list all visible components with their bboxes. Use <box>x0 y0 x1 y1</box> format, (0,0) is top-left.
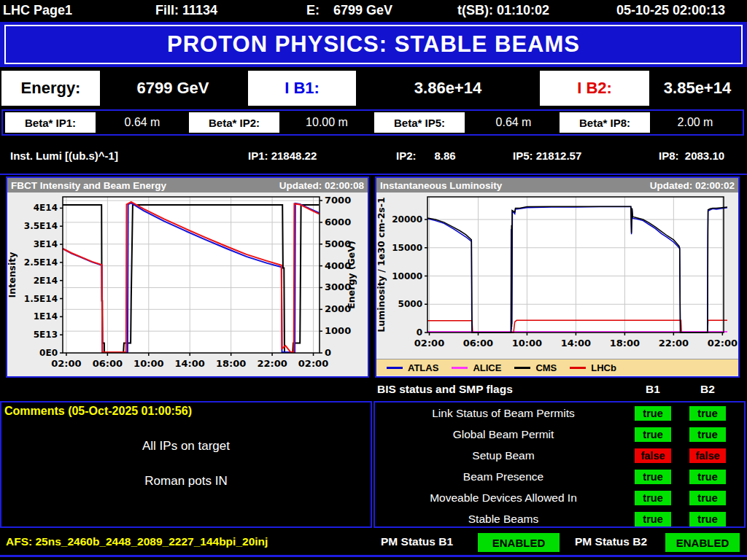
flag-row-link-status: Link Status of Beam Permits true true <box>375 402 744 424</box>
bis-b2-col: B2 <box>689 383 726 396</box>
fbct-chart-title: FBCT Intensity and Beam Energy <box>11 180 166 191</box>
svg-text:22:00: 22:00 <box>257 358 287 369</box>
flag-b2-status: true <box>689 470 726 484</box>
lumi-chart-title: Instantaneous Luminosity <box>380 180 502 191</box>
mode-banner: PROTON PHYSICS: STABLE BEAMS <box>0 22 747 67</box>
svg-text:Luminosity / 1e30 cm-2s-1: Luminosity / 1e30 cm-2s-1 <box>376 197 387 332</box>
svg-text:14:00: 14:00 <box>561 338 591 349</box>
flag-b2-status: false <box>689 448 726 463</box>
app-title: LHC Page1 <box>3 3 72 18</box>
flag-label: Stable Beams <box>375 513 632 526</box>
time-in-stable-beams: t(SB): 01:10:02 <box>457 3 549 18</box>
pm-status-b2-value: ENABLED <box>665 533 740 552</box>
flag-row-moveable-devices: Moveable Devices Allowed In true true <box>375 487 744 508</box>
beta-ip5-value: 0.64 m <box>465 112 562 133</box>
intensity-b2-value: 3.85e+14 <box>649 71 746 106</box>
flag-row-beam-presence: Beam Presence true true <box>375 466 744 487</box>
svg-text:6000: 6000 <box>325 217 351 228</box>
intensity-b1-value: 3.86e+14 <box>356 71 540 106</box>
beta-ip2-value: 10.00 m <box>279 112 374 133</box>
beta-ip1-label: Beta* IP1: <box>5 112 96 133</box>
lumi-ip2: IP2: 8.86 <box>396 149 456 162</box>
svg-text:18:00: 18:00 <box>216 358 246 369</box>
svg-text:1.5E14: 1.5E14 <box>24 294 58 304</box>
legend-item-atlas: ATLAS <box>387 362 438 373</box>
bis-flags-box: Link Status of Beam Permits true true Gl… <box>374 401 746 528</box>
lumi-chart-panel: Instantaneous Luminosity Updated: 02:00:… <box>375 176 740 378</box>
svg-text:0: 0 <box>325 347 331 358</box>
flag-b2-status: true <box>689 512 726 526</box>
pm-status-b1-value: ENABLED <box>478 533 560 552</box>
svg-text:0E0: 0E0 <box>39 348 58 358</box>
flag-label: Global Beam Permit <box>375 428 632 441</box>
flag-b1-status: true <box>635 406 671 421</box>
svg-text:15000: 15000 <box>392 243 422 253</box>
flag-b1-status: true <box>635 427 671 442</box>
fill-number: Fill: 11134 <box>155 3 217 18</box>
datetime: 05-10-25 02:00:13 <box>616 3 725 18</box>
legend-label: CMS <box>535 362 557 373</box>
intensity-b1-label: I B1: <box>248 71 356 106</box>
flag-b2-status: true <box>689 491 726 505</box>
legend-label: ALICE <box>473 362 501 373</box>
flag-label: Moveable Devices Allowed In <box>375 491 632 505</box>
flag-b1-status: true <box>635 512 671 526</box>
svg-text:5E13: 5E13 <box>34 330 58 340</box>
svg-text:2E14: 2E14 <box>34 276 58 286</box>
legend-swatch <box>514 367 530 369</box>
legend-swatch <box>570 367 586 369</box>
bis-b1-col: B1 <box>635 383 671 396</box>
fbct-chart: 02:0006:0010:0014:0018:0022:0002:000E05E… <box>7 192 366 376</box>
flag-b1-status: false <box>635 448 671 463</box>
flag-row-setup-beam: Setup Beam false false <box>375 445 744 466</box>
svg-text:Intensity: Intensity <box>7 252 18 298</box>
energy-row-label: Energy: <box>1 71 100 106</box>
bottom-divider-line <box>0 555 747 557</box>
footer-bar: AFS: 25ns_2460b_2448_2089_2227_144bpi_20… <box>0 529 747 555</box>
fbct-chart-panel: FBCT Intensity and Beam Energy Updated: … <box>6 176 369 378</box>
beta-ip2-label: Beta* IP2: <box>189 112 279 133</box>
svg-text:10:00: 10:00 <box>133 358 163 369</box>
legend-label: LHCb <box>591 362 616 373</box>
pm-status-b2-label: PM Status B2 <box>575 535 647 548</box>
comment-line-1: All IPs on target <box>1 439 371 454</box>
flag-b2-status: true <box>689 406 726 421</box>
svg-text:02:00: 02:00 <box>414 338 444 349</box>
fbct-chart-updated: Updated: 02:00:08 <box>279 180 364 191</box>
inst-lumi-row: Inst. Lumi [(ub.s)^-1] IP1: 21848.22 IP2… <box>0 139 747 174</box>
svg-text:3E14: 3E14 <box>34 239 58 249</box>
energy-row-value: 6799 GeV <box>100 71 246 106</box>
legend-swatch <box>452 367 468 369</box>
flag-b2-status: true <box>689 427 726 442</box>
svg-text:10:00: 10:00 <box>512 338 542 349</box>
legend-swatch <box>387 367 403 369</box>
beta-ip5-label: Beta* IP5: <box>374 112 465 133</box>
svg-text:14:00: 14:00 <box>175 358 205 369</box>
flag-label: Link Status of Beam Permits <box>375 407 632 420</box>
pm-status-b1-label: PM Status B1 <box>381 535 453 548</box>
legend-item-alice: ALICE <box>452 362 501 373</box>
beta-ip8-label: Beta* IP8: <box>560 112 650 133</box>
bis-title: BIS status and SMP flags <box>377 383 513 396</box>
flag-label: Beam Presence <box>375 470 632 483</box>
svg-text:22:00: 22:00 <box>659 338 689 349</box>
lumi-ip8: IP8: 2083.10 <box>659 149 724 162</box>
bis-header-row: BIS status and SMP flags B1 B2 <box>0 379 747 401</box>
flag-b1-status: true <box>635 491 671 505</box>
flag-label: Setup Beam <box>375 449 632 462</box>
svg-text:2.5E14: 2.5E14 <box>24 257 58 268</box>
energy-value: 6799 GeV <box>333 3 392 18</box>
right-chart-legend: ATLASALICECMSLHCb <box>376 359 738 376</box>
fbct-chart-header: FBCT Intensity and Beam Energy Updated: … <box>7 178 368 192</box>
flag-row-global-permit: Global Beam Permit true true <box>375 424 744 445</box>
flag-b1-status: true <box>635 470 671 484</box>
top-status-bar: LHC Page1 Fill: 11134 E: 6799 GeV t(SB):… <box>0 0 747 20</box>
divider-line <box>0 174 747 175</box>
svg-text:7000: 7000 <box>325 195 351 206</box>
afs-filling-scheme: AFS: 25ns_2460b_2448_2089_2227_144bpi_20… <box>6 535 268 548</box>
svg-text:06:00: 06:00 <box>463 338 493 349</box>
svg-text:Energy (GeV): Energy (GeV) <box>346 241 357 308</box>
intensity-b2-label: I B2: <box>540 71 649 106</box>
flag-row-stable-beams: Stable Beams true true <box>375 508 744 529</box>
svg-text:02:00: 02:00 <box>298 358 328 369</box>
